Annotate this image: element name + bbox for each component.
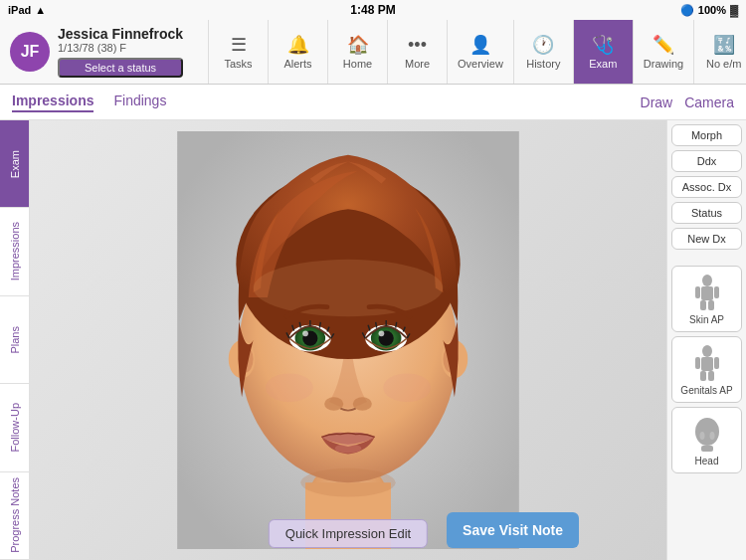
left-sidebar-label-progress: Progress Notes xyxy=(9,477,21,553)
history-icon: 🕐 xyxy=(532,34,554,56)
alerts-label: Alerts xyxy=(283,58,311,70)
battery-label: 100% xyxy=(698,4,726,16)
right-sidebar: MorphDdxAssoc. DxStatusNew Dx Skin AP xyxy=(666,120,746,560)
genitalsap-label: Genitals AP xyxy=(680,385,732,396)
nav-tab-overview[interactable]: 👤 Overview xyxy=(448,20,514,84)
overview-label: Overview xyxy=(458,58,503,70)
svg-rect-28 xyxy=(700,300,706,310)
battery-icon: ▓ xyxy=(730,4,738,16)
save-visit-note-button[interactable]: Save Visit Note xyxy=(447,512,579,548)
more-icon: ••• xyxy=(408,35,427,56)
svg-point-24 xyxy=(702,275,712,286)
nav-tab-history[interactable]: 🕐 History xyxy=(514,20,574,84)
quick-impression-button[interactable]: Quick Impression Edit xyxy=(269,519,428,548)
nav-tab-alerts[interactable]: 🔔 Alerts xyxy=(269,20,328,84)
svg-rect-26 xyxy=(695,286,700,298)
svg-rect-34 xyxy=(700,371,706,381)
exam-label: Exam xyxy=(589,58,617,70)
sub-actions: DrawCamera xyxy=(641,94,734,110)
left-sidebar-progress[interactable]: Progress Notes xyxy=(0,472,29,560)
right-btn-status[interactable]: Status xyxy=(671,202,742,224)
home-icon: 🏠 xyxy=(347,34,369,56)
nav-tab-home[interactable]: 🏠 Home xyxy=(328,20,388,84)
left-sidebar-label-plans: Plans xyxy=(9,326,21,354)
patient-dob: 1/13/78 (38) F xyxy=(58,42,183,54)
svg-point-17 xyxy=(379,330,385,336)
svg-point-23 xyxy=(300,468,395,497)
right-btn-morph[interactable]: Morph xyxy=(671,124,742,146)
svg-rect-35 xyxy=(708,371,714,381)
svg-point-9 xyxy=(254,260,444,316)
svg-rect-32 xyxy=(695,357,700,369)
body-model-head[interactable]: Head xyxy=(671,407,742,473)
nav-tab-more[interactable]: ••• More xyxy=(388,20,448,84)
status-select-button[interactable]: Select a status xyxy=(58,58,183,78)
left-sidebar-impressions[interactable]: Impressions xyxy=(0,208,29,295)
svg-rect-39 xyxy=(701,446,713,452)
right-btn-assocdx[interactable]: Assoc. Dx xyxy=(671,176,742,198)
exam-icon: 🩺 xyxy=(592,34,614,56)
patient-details: Jessica Finnefrock 1/13/78 (38) F Select… xyxy=(58,26,183,78)
sub-tab-impressions[interactable]: Impressions xyxy=(12,93,93,112)
svg-rect-27 xyxy=(714,286,719,298)
sub-tabs: ImpressionsFindings xyxy=(12,93,166,112)
nav-tab-noem[interactable]: 🔣 No e/m xyxy=(694,20,746,84)
svg-point-21 xyxy=(383,373,431,402)
svg-point-19 xyxy=(353,397,372,410)
face-model xyxy=(169,131,527,549)
nav-tab-tasks[interactable]: ☰ Tasks xyxy=(209,20,269,84)
svg-rect-29 xyxy=(708,300,714,310)
wifi-icon: ▲ xyxy=(35,4,46,16)
svg-point-37 xyxy=(699,432,704,440)
svg-point-18 xyxy=(324,397,343,410)
sub-action-camera[interactable]: Camera xyxy=(684,94,734,110)
center-area: Quick Impression Edit Save Visit Note xyxy=(30,120,666,560)
overview-icon: 👤 xyxy=(469,34,491,56)
genitalsap-icon xyxy=(687,343,727,383)
model-background xyxy=(30,120,666,560)
left-sidebar-label-followup: Follow-Up xyxy=(9,403,21,453)
more-label: More xyxy=(405,58,430,70)
patient-name: Jessica Finnefrock xyxy=(58,26,183,42)
skinap-icon xyxy=(687,273,727,312)
svg-point-36 xyxy=(695,418,719,446)
home-label: Home xyxy=(343,58,372,70)
tasks-icon: ☰ xyxy=(231,34,247,56)
svg-point-38 xyxy=(709,432,714,440)
left-sidebar-plans[interactable]: Plans xyxy=(0,296,29,384)
tasks-label: Tasks xyxy=(224,58,252,70)
skinap-label: Skin AP xyxy=(689,314,724,325)
head-icon xyxy=(687,414,727,454)
drawing-label: Drawing xyxy=(644,58,683,70)
clock: 1:48 PM xyxy=(350,3,395,17)
body-model-skinap[interactable]: Skin AP xyxy=(671,266,742,332)
history-label: History xyxy=(526,58,560,70)
noem-label: No e/m xyxy=(706,58,741,70)
body-model-genitalsap[interactable]: Genitals AP xyxy=(671,336,742,403)
avatar: JF xyxy=(10,32,50,72)
left-sidebar-label-impressions: Impressions xyxy=(9,222,21,280)
bluetooth-icon: 🔵 xyxy=(680,4,694,17)
left-sidebar-followup[interactable]: Follow-Up xyxy=(0,384,29,471)
left-sidebar-exam[interactable]: Exam xyxy=(0,120,29,208)
sub-action-draw[interactable]: Draw xyxy=(641,94,673,110)
header: JF Jessica Finnefrock 1/13/78 (38) F Sel… xyxy=(0,20,746,85)
noem-icon: 🔣 xyxy=(713,34,735,56)
svg-rect-25 xyxy=(701,286,713,300)
right-btn-ddx[interactable]: Ddx xyxy=(671,150,742,172)
sub-tab-findings[interactable]: Findings xyxy=(113,93,166,112)
svg-rect-33 xyxy=(714,357,719,369)
svg-point-20 xyxy=(266,373,313,402)
drawing-icon: ✏️ xyxy=(653,34,674,56)
svg-point-22 xyxy=(335,444,362,454)
right-btn-newdx[interactable]: New Dx xyxy=(671,228,742,250)
status-bar: iPad ▲ 1:48 PM 🔵 100% ▓ xyxy=(0,0,746,20)
nav-tab-drawing[interactable]: ✏️ Drawing xyxy=(634,20,694,84)
svg-point-13 xyxy=(302,330,308,336)
svg-point-30 xyxy=(702,345,712,357)
nav-tab-exam[interactable]: 🩺 Exam xyxy=(574,20,634,84)
patient-info: JF Jessica Finnefrock 1/13/78 (38) F Sel… xyxy=(0,20,209,84)
nav-tabs: ☰ Tasks 🔔 Alerts 🏠 Home ••• More 👤 Overv… xyxy=(209,20,746,84)
head-label: Head xyxy=(695,456,719,467)
left-sidebar: ExamImpressionsPlansFollow-UpProgress No… xyxy=(0,120,30,560)
